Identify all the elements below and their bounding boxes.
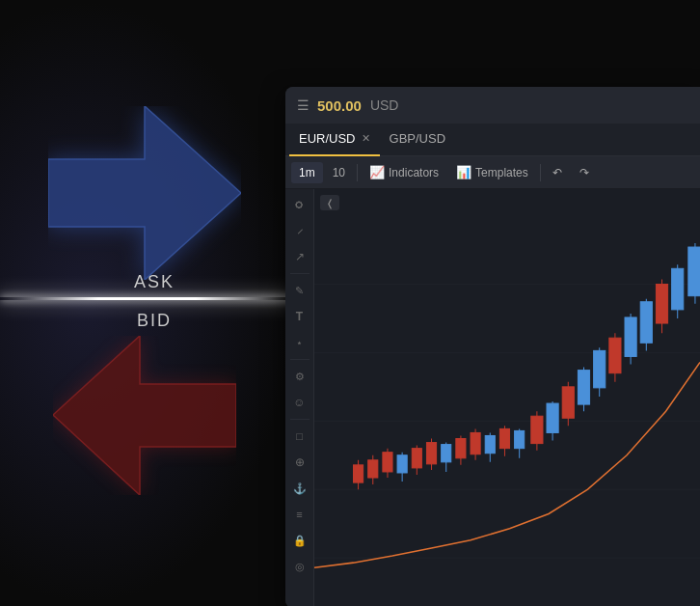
- panel-header: ☰ 500.00 USD: [285, 87, 700, 124]
- templates-label: Templates: [475, 166, 528, 179]
- pen-icon: ✎: [295, 285, 304, 297]
- indicators-btn[interactable]: 📈 Indicators: [362, 161, 446, 183]
- tool-sep-1: [290, 273, 310, 274]
- tab-eurusd-label: EUR/USD: [299, 131, 356, 146]
- crosshair-icon: ⭘: [293, 198, 306, 212]
- crosshair-tool[interactable]: ⭘: [288, 193, 311, 216]
- svg-rect-32: [531, 416, 543, 443]
- timeframe-1m-label: 1m: [299, 166, 315, 179]
- ruler-icon: □: [296, 430, 303, 442]
- svg-rect-40: [594, 350, 606, 387]
- svg-rect-42: [609, 338, 621, 372]
- tool-sep-2: [290, 359, 310, 360]
- zoom-icon: ⊕: [295, 455, 305, 469]
- svg-marker-1: [53, 336, 236, 495]
- svg-rect-36: [562, 387, 574, 418]
- ask-arrow: [48, 106, 241, 284]
- brush-icon: ≡: [296, 509, 302, 520]
- svg-rect-8: [354, 465, 363, 482]
- pen-tool[interactable]: ✎: [288, 279, 311, 302]
- text-icon: T: [296, 310, 303, 323]
- ask-bid-divider: [0, 297, 294, 300]
- templates-icon: 📊: [456, 165, 471, 179]
- svg-rect-16: [412, 449, 421, 468]
- indicators-label: Indicators: [389, 166, 439, 179]
- tool-sep-3: [290, 419, 310, 420]
- balance-amount: 500.00: [317, 97, 362, 114]
- node-icon: ⋆: [296, 337, 303, 349]
- timeframe-10-label: 10: [333, 166, 345, 179]
- emoji-tool[interactable]: ☺: [288, 391, 311, 414]
- eye-icon: ◎: [295, 561, 305, 573]
- line-tool[interactable]: ‒: [288, 219, 311, 242]
- svg-rect-30: [515, 430, 525, 448]
- svg-rect-48: [656, 285, 667, 324]
- anchor-icon: ⚓: [293, 482, 307, 495]
- menu-icon[interactable]: ☰: [297, 97, 310, 113]
- svg-rect-28: [499, 428, 509, 448]
- trading-panel: ☰ 500.00 USD EUR/USD ✕ GBP/USD 1m 10 📈 I…: [285, 87, 700, 606]
- svg-rect-50: [672, 268, 684, 310]
- settings-tool[interactable]: ⚙: [288, 365, 311, 388]
- bid-label: BID: [96, 311, 212, 331]
- tab-gbpusd[interactable]: GBP/USD: [380, 124, 456, 156]
- background-left: [0, 0, 294, 606]
- lock-tool[interactable]: 🔒: [288, 529, 311, 552]
- templates-btn[interactable]: 📊 Templates: [448, 161, 536, 183]
- zoom-tool[interactable]: ⊕: [288, 451, 311, 474]
- undo-icon: ↶: [552, 166, 562, 179]
- svg-rect-14: [397, 455, 407, 473]
- settings-icon: ⚙: [295, 371, 305, 383]
- lock-icon: 🔒: [293, 535, 307, 547]
- timeframe-1m-btn[interactable]: 1m: [291, 162, 323, 183]
- svg-rect-34: [547, 403, 558, 432]
- text-tool[interactable]: T: [288, 305, 311, 328]
- ray-icon: ↗: [295, 250, 305, 263]
- chart-area: ⭘ ‒ ↗ ✎ T ⋆ ⚙ ☺: [285, 189, 700, 606]
- redo-btn[interactable]: ↷: [572, 162, 597, 183]
- tab-eurusd[interactable]: EUR/USD ✕: [289, 124, 380, 156]
- node-tool[interactable]: ⋆: [288, 331, 311, 354]
- svg-rect-24: [471, 432, 480, 454]
- redo-icon: ↷: [579, 166, 589, 179]
- svg-rect-10: [368, 460, 378, 478]
- timeframe-10-btn[interactable]: 10: [325, 162, 353, 183]
- ask-label: ASK: [96, 272, 212, 292]
- svg-rect-26: [485, 435, 495, 453]
- indicators-icon: 📈: [369, 165, 385, 179]
- currency-label: USD: [370, 97, 399, 113]
- svg-rect-46: [640, 302, 652, 344]
- undo-btn[interactable]: ↶: [545, 162, 570, 183]
- tab-eurusd-close[interactable]: ✕: [362, 132, 370, 145]
- tab-gbpusd-label: GBP/USD: [390, 131, 446, 146]
- svg-rect-52: [688, 247, 700, 296]
- emoji-icon: ☺: [293, 396, 305, 409]
- svg-rect-44: [625, 317, 636, 357]
- svg-rect-18: [426, 443, 436, 464]
- tabs-bar: EUR/USD ✕ GBP/USD: [285, 124, 700, 156]
- toolbar-sep-1: [357, 164, 358, 181]
- ray-tool[interactable]: ↗: [288, 245, 311, 268]
- eye-tool[interactable]: ◎: [288, 555, 311, 578]
- chart-tools: ⭘ ‒ ↗ ✎ T ⋆ ⚙ ☺: [285, 189, 314, 606]
- line-icon: ‒: [292, 223, 308, 238]
- anchor-tool[interactable]: ⚓: [288, 477, 311, 500]
- toolbar-sep-2: [540, 164, 541, 181]
- svg-rect-38: [578, 371, 589, 404]
- svg-rect-22: [456, 439, 466, 458]
- chart-canvas[interactable]: ❬: [314, 189, 700, 606]
- svg-rect-12: [383, 453, 392, 472]
- ruler-tool[interactable]: □: [288, 425, 311, 448]
- brush-tool[interactable]: ≡: [288, 503, 311, 526]
- bid-arrow: [53, 336, 236, 499]
- svg-marker-0: [48, 106, 241, 280]
- chart-svg: [314, 189, 700, 606]
- toolbar: 1m 10 📈 Indicators 📊 Templates ↶ ↷: [285, 156, 700, 189]
- svg-rect-20: [442, 445, 451, 462]
